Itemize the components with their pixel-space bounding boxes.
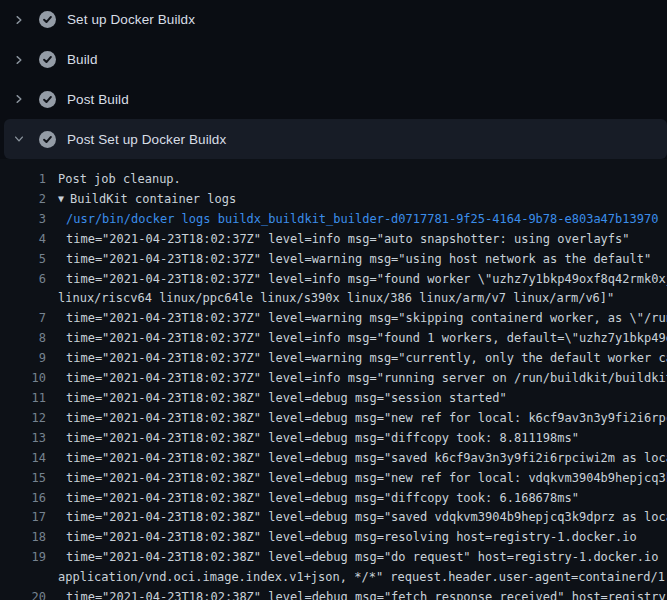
log-line-14: 14time="2021-04-23T18:02:38Z" level=debu… bbox=[0, 449, 667, 469]
log-line-5: 5time="2021-04-23T18:02:37Z" level=warni… bbox=[0, 250, 667, 270]
log-line-number bbox=[0, 568, 46, 588]
log-line-wrap: linux/riscv64 linux/ppc64le linux/s390x … bbox=[0, 289, 667, 309]
log-line-number[interactable]: 19 bbox=[0, 548, 46, 568]
log-line-number[interactable]: 9 bbox=[0, 349, 46, 369]
log-text: time="2021-04-23T18:02:38Z" level=debug … bbox=[58, 449, 667, 469]
log-line-15: 15time="2021-04-23T18:02:38Z" level=debu… bbox=[0, 469, 667, 489]
log-line-number[interactable]: 11 bbox=[0, 389, 46, 409]
log-text: time="2021-04-23T18:02:37Z" level=info m… bbox=[58, 369, 667, 389]
log-line-number[interactable]: 2 bbox=[0, 190, 46, 210]
log-line-3: 3/usr/bin/docker logs buildx_buildkit_bu… bbox=[0, 210, 667, 230]
check-circle-icon bbox=[39, 51, 56, 68]
chevron-right-icon[interactable] bbox=[12, 92, 26, 106]
log-text: time="2021-04-23T18:02:38Z" level=debug … bbox=[58, 469, 667, 489]
log-line-18: 18time="2021-04-23T18:02:38Z" level=debu… bbox=[0, 528, 667, 548]
check-circle-icon bbox=[39, 11, 56, 28]
log-line-number[interactable]: 20 bbox=[0, 588, 46, 600]
log-line-13: 13time="2021-04-23T18:02:38Z" level=debu… bbox=[0, 429, 667, 449]
log-line-number[interactable]: 16 bbox=[0, 489, 46, 509]
log-group-title: BuildKit container logs bbox=[70, 192, 236, 206]
chevron-right-icon[interactable] bbox=[12, 53, 26, 67]
log-line-12: 12time="2021-04-23T18:02:38Z" level=debu… bbox=[0, 409, 667, 429]
log-text: time="2021-04-23T18:02:38Z" level=debug … bbox=[58, 528, 637, 548]
log-line-16: 16time="2021-04-23T18:02:38Z" level=debu… bbox=[0, 489, 667, 509]
log-line-11: 11time="2021-04-23T18:02:38Z" level=debu… bbox=[0, 389, 667, 409]
log-group-header[interactable]: ▼BuildKit container logs bbox=[58, 190, 236, 210]
log-line-number[interactable]: 13 bbox=[0, 429, 46, 449]
step-title: Set up Docker Buildx bbox=[67, 12, 195, 27]
log-panel: 1Post job cleanup.2▼BuildKit container l… bbox=[0, 159, 667, 600]
log-text: time="2021-04-23T18:02:37Z" level=warnin… bbox=[58, 250, 651, 270]
log-text: time="2021-04-23T18:02:37Z" level=info m… bbox=[58, 329, 667, 349]
check-circle-icon bbox=[39, 91, 56, 108]
log-text: time="2021-04-23T18:02:38Z" level=debug … bbox=[58, 548, 667, 568]
log-line-1: 1Post job cleanup. bbox=[0, 170, 667, 190]
log-line-number[interactable]: 6 bbox=[0, 270, 46, 290]
log-text: time="2021-04-23T18:02:37Z" level=info m… bbox=[58, 270, 667, 290]
log-text: time="2021-04-23T18:02:38Z" level=debug … bbox=[58, 389, 507, 409]
step-header-post-build[interactable]: Post Build bbox=[0, 80, 667, 120]
log-line-number[interactable]: 7 bbox=[0, 309, 46, 329]
log-line-number[interactable]: 3 bbox=[0, 210, 46, 230]
log-text: time="2021-04-23T18:02:38Z" level=debug … bbox=[58, 508, 667, 528]
log-text: application/vnd.oci.image.index.v1+json,… bbox=[58, 568, 667, 588]
log-line-number[interactable]: 5 bbox=[0, 250, 46, 270]
chevron-right-icon[interactable] bbox=[12, 13, 26, 27]
log-text: time="2021-04-23T18:02:38Z" level=debug … bbox=[58, 409, 667, 429]
log-text: linux/riscv64 linux/ppc64le linux/s390x … bbox=[58, 289, 614, 309]
log-line-number[interactable]: 1 bbox=[0, 170, 46, 190]
log-text: time="2021-04-23T18:02:38Z" level=debug … bbox=[58, 588, 667, 600]
log-line-10: 10time="2021-04-23T18:02:37Z" level=info… bbox=[0, 369, 667, 389]
step-header-build[interactable]: Build bbox=[0, 40, 667, 80]
chevron-down-icon[interactable] bbox=[12, 132, 26, 146]
log-line-number[interactable]: 14 bbox=[0, 449, 46, 469]
step-title: Build bbox=[67, 52, 98, 67]
log-text: time="2021-04-23T18:02:37Z" level=info m… bbox=[58, 230, 630, 250]
log-line-17: 17time="2021-04-23T18:02:38Z" level=debu… bbox=[0, 508, 667, 528]
log-text: time="2021-04-23T18:02:37Z" level=warnin… bbox=[58, 349, 667, 369]
log-text: time="2021-04-23T18:02:38Z" level=debug … bbox=[58, 489, 579, 509]
log-line-number[interactable]: 17 bbox=[0, 508, 46, 528]
steps-list: Set up Docker BuildxBuildPost BuildPost … bbox=[0, 0, 667, 159]
log-text: Post job cleanup. bbox=[58, 170, 181, 190]
group-expanded-triangle-icon[interactable]: ▼ bbox=[58, 189, 64, 209]
log-line-number[interactable]: 12 bbox=[0, 409, 46, 429]
log-line-number[interactable]: 15 bbox=[0, 469, 46, 489]
log-line-number[interactable]: 4 bbox=[0, 230, 46, 250]
step-title: Post Build bbox=[67, 92, 129, 107]
log-line-6: 6time="2021-04-23T18:02:37Z" level=info … bbox=[0, 270, 667, 290]
step-header-set-up-docker-buildx[interactable]: Set up Docker Buildx bbox=[0, 0, 667, 40]
log-line-2: 2▼BuildKit container logs bbox=[0, 190, 667, 210]
log-text: time="2021-04-23T18:02:37Z" level=warnin… bbox=[58, 309, 667, 329]
log-line-19: 19time="2021-04-23T18:02:38Z" level=debu… bbox=[0, 548, 667, 568]
workflow-log-viewer: Set up Docker BuildxBuildPost BuildPost … bbox=[0, 0, 667, 600]
log-line-9: 9time="2021-04-23T18:02:37Z" level=warni… bbox=[0, 349, 667, 369]
log-line-number bbox=[0, 289, 46, 309]
log-line-wrap: application/vnd.oci.image.index.v1+json,… bbox=[0, 568, 667, 588]
log-line-7: 7time="2021-04-23T18:02:37Z" level=warni… bbox=[0, 309, 667, 329]
log-line-number[interactable]: 18 bbox=[0, 528, 46, 548]
log-line-number[interactable]: 8 bbox=[0, 329, 46, 349]
log-line-8: 8time="2021-04-23T18:02:37Z" level=info … bbox=[0, 329, 667, 349]
log-text: time="2021-04-23T18:02:38Z" level=debug … bbox=[58, 429, 579, 449]
log-line-4: 4time="2021-04-23T18:02:37Z" level=info … bbox=[0, 230, 667, 250]
check-circle-icon bbox=[39, 131, 56, 148]
log-line-20: 20time="2021-04-23T18:02:38Z" level=debu… bbox=[0, 588, 667, 600]
log-line-number[interactable]: 10 bbox=[0, 369, 46, 389]
log-command-text: /usr/bin/docker logs buildx_buildkit_bui… bbox=[58, 210, 658, 230]
step-title: Post Set up Docker Buildx bbox=[67, 132, 226, 147]
step-header-post-set-up-docker-buildx[interactable]: Post Set up Docker Buildx bbox=[4, 119, 667, 159]
